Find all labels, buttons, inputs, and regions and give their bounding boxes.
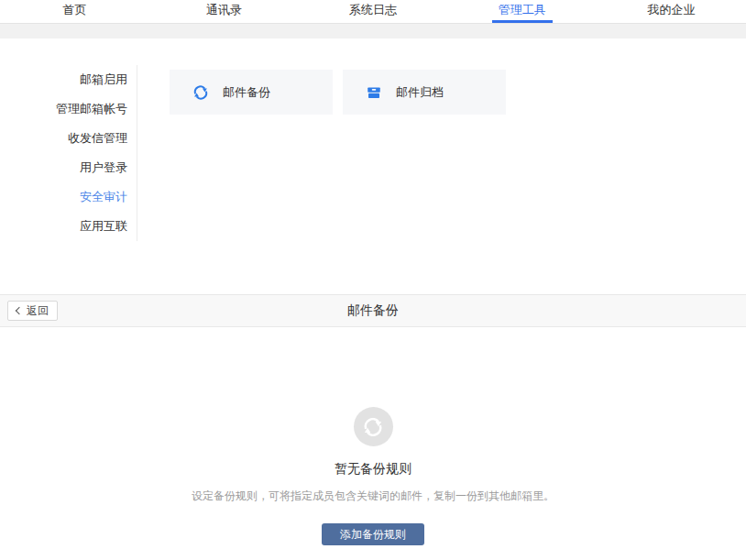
sync-icon	[354, 407, 393, 446]
sidebar: 邮箱启用 管理邮箱帐号 收发信管理 用户登录 安全审计 应用互联	[0, 38, 137, 294]
empty-title: 暂无备份规则	[0, 461, 746, 478]
tab-label: 管理工具	[499, 2, 546, 18]
sidebar-item-security-audit[interactable]: 安全审计	[0, 182, 137, 212]
tab-label: 系统日志	[349, 2, 397, 18]
card-label: 邮件备份	[223, 84, 270, 101]
empty-state: 暂无备份规则 设定备份规则，可将指定成员包含关键词的邮件，复制一份到其他邮箱里。…	[0, 327, 746, 545]
chevron-left-icon	[16, 307, 23, 314]
sync-icon	[192, 84, 209, 101]
card-mail-archive[interactable]: 邮件归档	[343, 70, 506, 115]
tab-home[interactable]: 首页	[0, 0, 149, 23]
archive-icon	[366, 84, 382, 101]
sidebar-item-mailbox-enable[interactable]: 邮箱启用	[0, 65, 137, 94]
back-button[interactable]: 返回	[7, 301, 58, 321]
sidebar-item-user-login[interactable]: 用户登录	[0, 153, 137, 182]
empty-description: 设定备份规则，可将指定成员包含关键词的邮件，复制一份到其他邮箱里。	[0, 489, 746, 504]
tab-label: 首页	[62, 2, 86, 18]
admin-tools-panel: 邮箱启用 管理邮箱帐号 收发信管理 用户登录 安全审计 应用互联 邮件备份	[0, 38, 746, 294]
top-nav: 首页 通讯录 系统日志 管理工具 我的企业	[0, 0, 746, 23]
back-button-label: 返回	[27, 303, 49, 319]
card-mail-backup[interactable]: 邮件备份	[170, 70, 333, 115]
tab-system-log[interactable]: 系统日志	[299, 0, 448, 23]
section-title: 邮件备份	[0, 302, 746, 319]
tool-cards: 邮件备份 邮件归档	[137, 38, 506, 294]
sidebar-item-send-receive[interactable]: 收发信管理	[0, 124, 137, 153]
active-tab-underline	[492, 20, 553, 23]
add-backup-rule-button[interactable]: 添加备份规则	[322, 523, 424, 545]
subnav-strip	[0, 23, 746, 38]
sidebar-item-app-connect[interactable]: 应用互联	[0, 212, 137, 241]
tab-admin-tools[interactable]: 管理工具	[447, 0, 597, 23]
tab-my-company[interactable]: 我的企业	[597, 0, 746, 23]
card-label: 邮件归档	[396, 84, 444, 101]
section-header: 返回 邮件备份	[0, 294, 746, 327]
tab-label: 通讯录	[206, 2, 242, 18]
sidebar-item-manage-accounts[interactable]: 管理邮箱帐号	[0, 94, 137, 124]
tab-contacts[interactable]: 通讯录	[149, 0, 299, 23]
sidebar-list: 邮箱启用 管理邮箱帐号 收发信管理 用户登录 安全审计 应用互联	[0, 65, 137, 241]
tab-label: 我的企业	[648, 2, 696, 18]
